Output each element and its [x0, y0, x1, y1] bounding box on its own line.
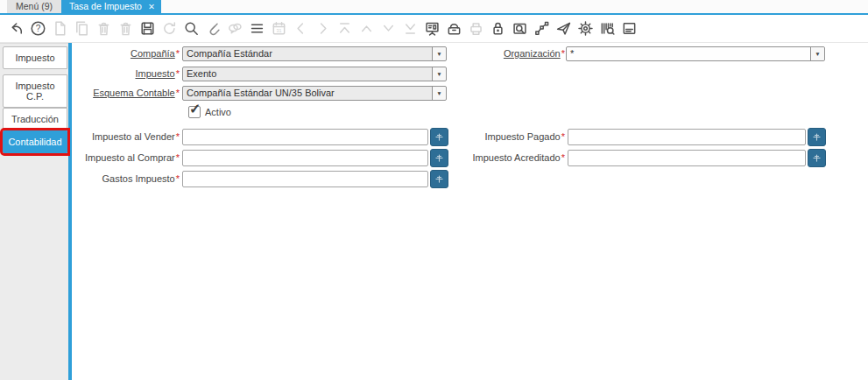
- impuesto-al-comprar-input[interactable]: [182, 150, 428, 166]
- field-label-impuesto-pagado: Impuesto Pagado*: [457, 131, 565, 143]
- impuesto-pagado-input[interactable]: [568, 129, 806, 145]
- impuesto-al-vender-account-button[interactable]: [430, 128, 448, 146]
- compania-select[interactable]: Compañía Estándar ▼: [182, 46, 447, 61]
- account-chooser-icon: [434, 174, 444, 184]
- toolbar: ?31: [0, 15, 868, 43]
- refresh-icon: [159, 18, 180, 39]
- check-icon: ✓: [189, 102, 201, 116]
- print-icon: [465, 18, 487, 39]
- organizacion-value: *: [567, 47, 810, 60]
- account-chooser-icon: [434, 153, 444, 163]
- tax-rate-window: Menú (9)Tasa de Impuesto✕ ?31 ImpuestoIm…: [0, 0, 868, 380]
- chevron-down-icon[interactable]: ▼: [432, 87, 446, 100]
- esquema-contable-select[interactable]: Compañía Estándar UN/35 Bolivar ▼: [182, 86, 447, 101]
- accounting-form: Compañía* Compañía Estándar ▼ Organizaci…: [72, 43, 868, 380]
- tab-label: Tasa de Impuesto: [69, 1, 142, 11]
- sidebar-tab-impuesto-cp[interactable]: Impuesto C.P.: [3, 74, 67, 108]
- impuesto-pagado-account-button[interactable]: [808, 128, 826, 146]
- esquema-contable-value: Compañía Estándar UN/35 Bolivar: [183, 87, 432, 100]
- account-chooser-icon: [812, 132, 822, 142]
- field-label-gastos-impuesto: Gastos Impuesto*: [72, 173, 180, 185]
- first-record-icon: [334, 18, 356, 39]
- gastos-impuesto-account-button[interactable]: [430, 170, 448, 188]
- previous-record-icon: [290, 18, 312, 39]
- svg-text:?: ?: [36, 24, 41, 33]
- help-icon[interactable]: ?: [27, 18, 49, 39]
- lock-icon[interactable]: [487, 18, 509, 39]
- impuesto-acreditado-account-button[interactable]: [808, 149, 826, 167]
- impuesto-value: Exento: [183, 67, 432, 81]
- request-send-icon[interactable]: [553, 18, 575, 39]
- field-label-impuesto-al-vender: Impuesto al Vender*: [72, 131, 180, 143]
- tab-tasa-de-impuesto[interactable]: Tasa de Impuesto✕: [61, 0, 161, 13]
- close-tab-icon[interactable]: ✕: [148, 0, 155, 13]
- parent-record-icon: [356, 18, 378, 39]
- chevron-down-icon[interactable]: ▼: [432, 47, 446, 60]
- grid-toggle-icon[interactable]: [246, 18, 268, 39]
- impuesto-al-comprar-account-button[interactable]: [430, 149, 448, 167]
- field-label-compania[interactable]: Compañía*: [72, 48, 180, 60]
- chat-icon: [224, 18, 246, 39]
- sidebar-tab-list: ImpuestoImpuesto C.P.TraducciónContabili…: [0, 43, 68, 380]
- svg-text:31: 31: [276, 28, 281, 33]
- calendar-icon: 31: [268, 18, 290, 39]
- impuesto-acreditado-input[interactable]: [568, 150, 806, 166]
- delete-selection-icon: [115, 18, 137, 39]
- save-icon[interactable]: [137, 18, 159, 39]
- last-record-icon: [399, 18, 421, 39]
- gastos-impuesto-input[interactable]: [182, 171, 428, 187]
- window-customization-icon[interactable]: [618, 18, 640, 39]
- attachment-icon[interactable]: [202, 18, 224, 39]
- field-label-impuesto-acreditado: Impuesto Acreditado*: [457, 152, 565, 164]
- account-chooser-icon: [434, 132, 444, 142]
- copy-record-icon: [71, 18, 93, 39]
- chevron-down-icon[interactable]: ▼: [810, 47, 824, 60]
- archive-icon[interactable]: [443, 18, 465, 39]
- field-label-esquema-contable[interactable]: Esquema Contable*: [72, 88, 180, 99]
- detail-record-icon: [378, 18, 399, 39]
- undo-icon[interactable]: [5, 18, 27, 39]
- sidebar-tab-impuesto[interactable]: Impuesto: [3, 46, 67, 69]
- activo-checkbox[interactable]: ✓: [188, 106, 201, 118]
- delete-record-icon: [93, 18, 115, 39]
- workflow-icon[interactable]: [531, 18, 553, 39]
- sidebar-tab-traduccion[interactable]: Traducción: [3, 108, 67, 130]
- report-icon[interactable]: [421, 18, 443, 39]
- product-info-icon[interactable]: [596, 18, 618, 39]
- compania-value: Compañía Estándar: [183, 47, 432, 60]
- chevron-down-icon[interactable]: ▼: [432, 67, 446, 81]
- find-icon[interactable]: [180, 18, 202, 39]
- activo-label: Activo: [205, 107, 231, 118]
- new-record-icon: [49, 18, 71, 39]
- tab-menu[interactable]: Menú (9): [7, 0, 61, 13]
- organizacion-select[interactable]: * ▼: [566, 46, 825, 61]
- field-label-impuesto-al-comprar: Impuesto al Comprar*: [72, 152, 180, 164]
- impuesto-al-vender-input[interactable]: [182, 129, 428, 145]
- field-label-impuesto[interactable]: Impuesto*: [72, 68, 180, 80]
- next-record-icon: [312, 18, 334, 39]
- zoom-across-icon[interactable]: [509, 18, 531, 39]
- window-tab-bar: Menú (9)Tasa de Impuesto✕: [0, 0, 868, 15]
- process-gear-icon[interactable]: [575, 18, 596, 39]
- field-label-organizacion[interactable]: Organización*: [457, 48, 565, 60]
- sidebar-tab-contabilidad[interactable]: Contabilidad: [3, 130, 67, 153]
- account-chooser-icon: [812, 153, 822, 163]
- impuesto-select[interactable]: Exento ▼: [182, 67, 447, 81]
